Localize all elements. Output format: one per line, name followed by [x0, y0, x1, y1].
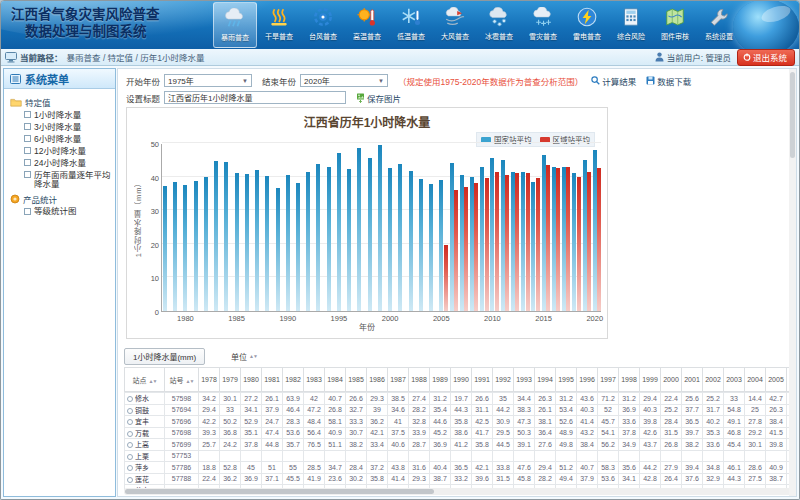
toolbar-item-wind[interactable]: 大风普查 [433, 2, 477, 48]
toolbar-item-snow[interactable]: 雪灾普查 [521, 2, 565, 48]
column-header-year[interactable]: 1982 [283, 368, 304, 392]
radio-icon[interactable] [127, 477, 133, 483]
column-header-year[interactable]: 1983 [304, 368, 325, 392]
column-header-year[interactable]: 1986 [367, 368, 388, 392]
unit-sort-control[interactable]: 单位▲▼ [231, 351, 257, 362]
vscroll-thumb[interactable] [790, 72, 795, 158]
value-cell: 39.7 [682, 427, 703, 439]
column-header-year[interactable]: 2002 [703, 368, 724, 392]
checkbox-icon[interactable] [24, 135, 31, 142]
toolbar-item-hail[interactable]: 冰雹普查 [477, 2, 521, 48]
column-header-year[interactable]: 1991 [472, 368, 493, 392]
sidebar-group-1[interactable]: 产品统计 [10, 193, 113, 205]
station-cell[interactable]: 上栗 [125, 450, 165, 462]
toolbar-item-lightning[interactable]: 雷电普查 [565, 2, 609, 48]
column-header-id[interactable]: 站号 ▲▼ [165, 368, 199, 392]
station-id-cell: 57694 [165, 404, 199, 416]
horizontal-scrollbar[interactable] [124, 488, 796, 495]
column-header-year[interactable]: 1985 [346, 368, 367, 392]
column-header-year[interactable]: 1995 [556, 368, 577, 392]
column-header-year[interactable]: 1993 [514, 368, 535, 392]
column-header-year[interactable]: 1988 [409, 368, 430, 392]
bar-national-1997 [357, 148, 361, 311]
radio-icon[interactable] [127, 465, 133, 471]
checkbox-icon[interactable] [24, 123, 31, 130]
sidebar-item[interactable]: 历年面雨量逐年平均降水量 [24, 171, 113, 190]
toolbar-item-rainstorm[interactable]: 暴雨普查 [213, 2, 257, 48]
column-header-year[interactable]: 1990 [451, 368, 472, 392]
value-cell [766, 450, 787, 462]
station-cell[interactable]: 莲花 [125, 473, 165, 485]
radio-icon[interactable] [127, 431, 133, 437]
column-header-year[interactable]: 1996 [577, 368, 598, 392]
value-cell: 30.7 [346, 427, 367, 439]
toolbar-item-audit[interactable]: 图件审核 [653, 2, 697, 48]
value-cell [199, 450, 220, 462]
column-header-year[interactable]: 2003 [724, 368, 745, 392]
radio-icon[interactable] [127, 396, 133, 402]
column-header-year[interactable]: 1992 [493, 368, 514, 392]
wind-icon [442, 5, 468, 29]
sidebar-item[interactable]: 等级统计图 [24, 207, 113, 217]
column-header-year[interactable]: 1999 [640, 368, 661, 392]
dataset-button[interactable]: 1小时降水量(mm) [124, 348, 205, 365]
column-header-year[interactable]: 2004 [745, 368, 766, 392]
bar-national-1991 [296, 183, 300, 311]
sidebar-item[interactable]: 6小时降水量 [24, 135, 113, 145]
sidebar-item[interactable]: 12小时降水量 [24, 147, 113, 157]
save-image-link[interactable]: 保存图片 [356, 92, 401, 104]
start-year-select[interactable]: 1975年▼ [164, 74, 252, 87]
column-header-year[interactable]: 1997 [598, 368, 619, 392]
column-header-year[interactable]: 1978 [199, 368, 220, 392]
radio-icon[interactable] [127, 454, 133, 460]
toolbar-item-label: 大风普查 [441, 31, 469, 41]
checkbox-icon[interactable] [24, 171, 31, 178]
column-header-station[interactable]: 站点 ▲▼ [125, 368, 165, 392]
value-cell: 31.2 [619, 393, 640, 405]
column-header-year[interactable]: 1998 [619, 368, 640, 392]
logout-button[interactable]: 退出系统 [737, 49, 795, 66]
value-cell [472, 450, 493, 462]
chart-title-input[interactable]: 江西省历年1小时降水量 [164, 91, 346, 104]
toolbar-item-heat[interactable]: 高温普查 [345, 2, 389, 48]
hscroll-thumb[interactable] [125, 489, 434, 494]
column-header-year[interactable]: 1979 [220, 368, 241, 392]
radio-icon[interactable] [127, 419, 133, 425]
column-header-year[interactable]: 1984 [325, 368, 346, 392]
end-year-select[interactable]: 2020年▼ [300, 74, 388, 87]
station-cell[interactable]: 上高 [125, 439, 165, 451]
radio-icon[interactable] [127, 442, 133, 448]
column-header-year[interactable]: 1980 [241, 368, 262, 392]
column-header-year[interactable]: 1981 [262, 368, 283, 392]
radio-icon[interactable] [127, 408, 133, 414]
toolbar-item-risk[interactable]: 综合风险 [609, 2, 653, 48]
column-header-year[interactable]: 1989 [430, 368, 451, 392]
checkbox-icon[interactable] [24, 208, 31, 215]
column-header-year[interactable]: 1994 [535, 368, 556, 392]
column-header-year[interactable]: 1987 [388, 368, 409, 392]
station-cell[interactable]: 铜鼓 [125, 404, 165, 416]
station-cell[interactable]: 修水 [125, 393, 165, 405]
value-cell: 34.9 [619, 439, 640, 451]
checkbox-icon[interactable] [24, 147, 31, 154]
station-cell[interactable]: 万载 [125, 427, 165, 439]
toolbar-item-typhoon[interactable]: 台风普查 [301, 2, 345, 48]
vertical-scrollbar[interactable] [789, 69, 796, 496]
download-link[interactable]: 数据下载 [646, 75, 691, 87]
calculate-link[interactable]: 计算结果 [591, 75, 636, 87]
chart-title: 江西省历年1小时降水量 [127, 113, 607, 130]
column-header-year[interactable]: 2005 [766, 368, 787, 392]
checkbox-icon[interactable] [24, 111, 31, 118]
sidebar-item[interactable]: 1小时降水量 [24, 111, 113, 121]
toolbar-item-drought[interactable]: 干旱普查 [257, 2, 301, 48]
checkbox-icon[interactable] [24, 159, 31, 166]
column-header-year[interactable]: 2000 [661, 368, 682, 392]
toolbar-item-cold[interactable]: 低温普查 [389, 2, 433, 48]
sidebar-group-0[interactable]: 特定值 [10, 96, 113, 108]
station-cell[interactable]: 萍乡 [125, 462, 165, 474]
table-row: 上高5769925.724.237.844.835.776.551.138.23… [125, 439, 791, 451]
column-header-year[interactable]: 2001 [682, 368, 703, 392]
sidebar-item[interactable]: 24小时降水量 [24, 159, 113, 169]
station-cell[interactable]: 宜丰 [125, 416, 165, 428]
sidebar-item[interactable]: 3小时降水量 [24, 123, 113, 133]
